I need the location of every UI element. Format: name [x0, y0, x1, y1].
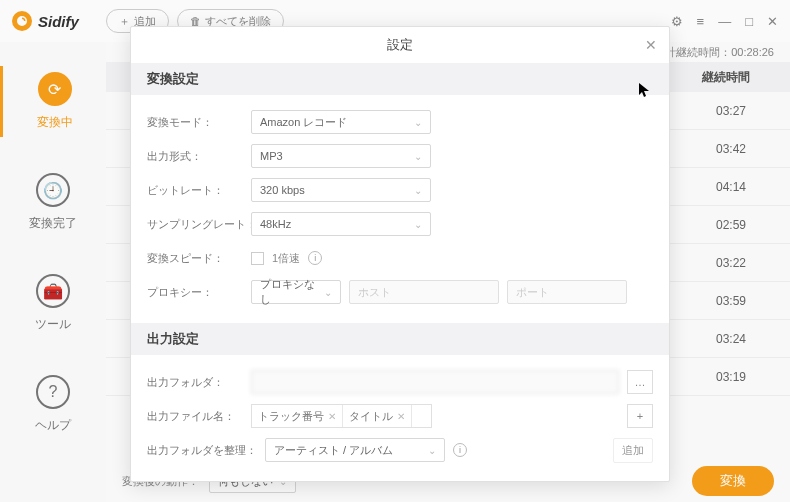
folder-label: 出力フォルダ： [147, 375, 243, 390]
organize-label: 出力フォルダを整理： [147, 443, 257, 458]
sample-select[interactable]: 48kHz⌄ [251, 212, 431, 236]
format-label: 出力形式： [147, 149, 243, 164]
filename-tags: トラック番号✕ タイトル✕ [251, 404, 432, 428]
info-icon[interactable]: i [453, 443, 467, 457]
speed-label: 変換スピード： [147, 251, 243, 266]
proxy-label: プロキシー： [147, 285, 243, 300]
info-icon[interactable]: i [308, 251, 322, 265]
settings-modal: 設定 ✕ 変換設定 変換モード： Amazon レコード⌄ 出力形式： MP3⌄… [130, 26, 670, 482]
modal-close-icon[interactable]: ✕ [645, 37, 657, 53]
remove-tag-icon[interactable]: ✕ [328, 411, 336, 422]
bitrate-select[interactable]: 320 kbps⌄ [251, 178, 431, 202]
mode-select[interactable]: Amazon レコード⌄ [251, 110, 431, 134]
browse-button[interactable]: … [627, 370, 653, 394]
mode-label: 変換モード： [147, 115, 243, 130]
proxy-host-input[interactable] [349, 280, 499, 304]
modal-title: 設定 ✕ [131, 27, 669, 63]
bitrate-label: ビットレート： [147, 183, 243, 198]
tag-title: タイトル✕ [343, 405, 412, 427]
proxy-port-input[interactable] [507, 280, 627, 304]
section-output: 出力設定 [131, 323, 669, 355]
proxy-select[interactable]: プロキシなし⌄ [251, 280, 341, 304]
sample-label: サンプリングレート： [147, 217, 243, 232]
add-tag-button[interactable]: + [627, 404, 653, 428]
speed-checkbox[interactable] [251, 252, 264, 265]
tag-tracknum: トラック番号✕ [252, 405, 343, 427]
format-select[interactable]: MP3⌄ [251, 144, 431, 168]
organize-select[interactable]: アーティスト / アルバム⌄ [265, 438, 445, 462]
remove-tag-icon[interactable]: ✕ [397, 411, 405, 422]
folder-path [251, 370, 619, 394]
speed-value: 1倍速 [272, 251, 300, 266]
add-label[interactable]: 追加 [613, 438, 653, 463]
filename-label: 出力ファイル名： [147, 409, 243, 424]
section-convert: 変換設定 [131, 63, 669, 95]
